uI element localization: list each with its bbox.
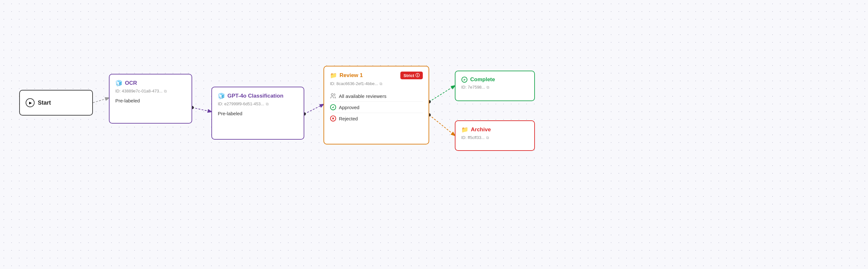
reviewers-item: All available reviewers [330,90,423,102]
review-title: Review 1 [340,72,363,79]
review-items: All available reviewers Approved Rejecte… [330,90,423,124]
ocr-copy-icon[interactable]: ⧉ [164,89,167,93]
complete-copy-icon[interactable]: ⧉ [487,85,489,89]
start-label: Start [38,100,51,106]
complete-id: ID: 7e7598... ⧉ [461,85,528,89]
complete-header: Complete [461,76,528,83]
review-copy-icon[interactable]: ⧉ [379,82,382,86]
complete-icon [461,76,468,83]
complete-title: Complete [470,76,495,83]
complete-node[interactable]: Complete ID: 7e7598... ⧉ [455,71,535,101]
ocr-header: 🧊 OCR [115,80,186,87]
rejected-item: Rejected [330,113,423,124]
review-header-row: 📁 Review 1 Strict ⓘ [330,72,423,79]
start-node[interactable]: ▶ Start [19,90,93,115]
ocr-status: Pre-labeled [115,98,186,103]
ocr-icon: 🧊 [115,80,122,87]
review-icon: 📁 [330,72,337,79]
approved-icon [330,104,336,110]
rejected-icon [330,115,336,122]
review-id: ID: 8cac6636-2ef1-4bbe... ⧉ [330,81,423,86]
svg-line-1 [192,108,211,112]
archive-id: ID: ff5cff33... ⧉ [461,135,528,140]
gpt-header: 🧊 GPT-4o Classification [218,92,298,100]
archive-title: Archive [471,127,491,133]
svg-line-3 [429,86,455,102]
archive-header: 📁 Archive [461,126,528,133]
svg-line-0 [93,98,109,103]
svg-line-2 [304,104,323,114]
strict-badge: Strict ⓘ [400,72,423,79]
ocr-title: OCR [125,80,137,86]
ocr-node[interactable]: 🧊 OCR ID: 43889e7c-01a8-473... ⧉ Pre-lab… [109,74,192,124]
gpt-id: ID: e27999f9-6d51-453... ⧉ [218,102,298,106]
workflow-canvas: ▶ Start 🧊 OCR ID: 43889e7c-01a8-473... ⧉… [0,0,868,269]
connectors-svg [0,0,868,269]
info-icon: ⓘ [415,73,420,78]
ocr-id: ID: 43889e7c-01a8-473... ⧉ [115,88,186,93]
archive-copy-icon[interactable]: ⧉ [486,135,489,140]
start-play-icon: ▶ [26,98,35,107]
review-node[interactable]: 📁 Review 1 Strict ⓘ ID: 8cac6636-2ef1-4b… [323,66,429,144]
gpt-icon: 🧊 [218,92,225,100]
archive-icon: 📁 [461,126,468,133]
review-header-left: 📁 Review 1 [330,72,363,79]
reviewers-icon [330,93,336,99]
gpt-status: Pre-labeled [218,111,298,116]
svg-line-4 [429,115,455,135]
gpt-node[interactable]: 🧊 GPT-4o Classification ID: e27999f9-6d5… [211,87,304,140]
svg-point-9 [331,94,334,96]
gpt-title: GPT-4o Classification [227,93,283,99]
gpt-copy-icon[interactable]: ⧉ [266,102,269,106]
archive-node[interactable]: 📁 Archive ID: ff5cff33... ⧉ [455,120,535,151]
approved-item: Approved [330,102,423,113]
